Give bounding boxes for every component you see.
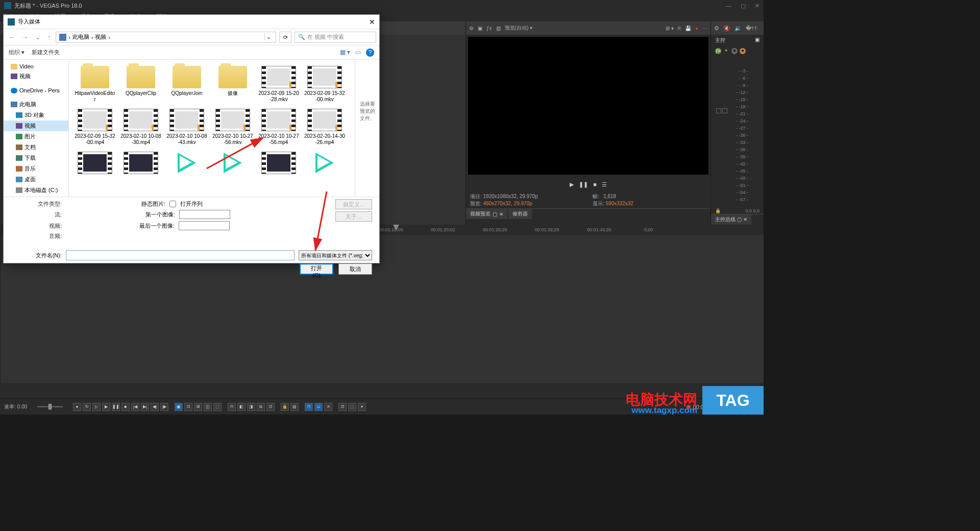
tree-item[interactable]: 此电脑 [4,99,68,110]
custom-button[interactable]: 自定义... [335,199,372,209]
tab-master-bus[interactable]: 主控总线 ▢ ✕ [711,214,751,225]
tree-item[interactable]: 音乐 [4,163,68,174]
file-item[interactable]: 2023-02-10 10-08-30.mp4 [119,107,163,148]
nav-up-button[interactable]: ↑ [45,34,53,41]
preview-quality-select[interactable]: 预览(自动) ▾ [505,25,532,32]
new-folder-button[interactable]: 新建文件夹 [32,49,60,56]
file-item[interactable]: 2023-02-09 15-32-00.mkv [303,64,347,105]
tree-item[interactable]: Video [4,62,68,71]
tool-normal[interactable]: ▣ [175,403,183,411]
play-button[interactable]: ▶ [102,403,110,411]
tree-item[interactable]: 图片 [4,131,68,142]
open-sequence-checkbox[interactable] [169,201,176,207]
overlay-icon[interactable]: ⊞ ▾ [666,26,674,31]
go-end-button[interactable]: ▶| [141,403,149,411]
tool-4[interactable]: ◫ [204,403,212,411]
tool-12[interactable]: ⊔ [314,403,323,411]
play-start-button[interactable]: ▷ [92,403,101,411]
address-bar[interactable]: › 此电脑 › 视频 › ⌄ [56,32,276,43]
file-item[interactable] [165,150,209,178]
menu-button[interactable]: ☰ [602,181,607,188]
close-button[interactable]: ✕ [755,3,760,9]
play-button[interactable]: ▶ [570,181,574,188]
tree-item[interactable]: OneDrive - Pers [4,86,68,95]
maximize-button[interactable]: ▢ [741,3,746,9]
settings-icon[interactable]: ⚙ [469,26,474,31]
external-icon[interactable]: ▣ [478,26,482,31]
refresh-button[interactable]: ⟳ [279,32,291,43]
tool-5[interactable]: ⬚ [213,403,222,411]
file-item[interactable] [257,150,301,178]
lock-icon[interactable]: 🔒 [715,208,721,213]
help-button[interactable]: ? [366,49,374,57]
nav-forward-button[interactable]: → [20,34,30,41]
tree-item[interactable]: 下载 [4,153,68,163]
about-button[interactable]: 关于... [335,211,372,222]
tree-item[interactable]: 视频 [4,120,68,131]
nav-back-button[interactable]: ← [7,34,17,41]
file-item[interactable] [303,150,347,178]
file-item[interactable] [211,150,255,178]
tool-lock[interactable]: 🔒 [281,403,289,411]
more-icon[interactable]: ⋯ [702,26,707,31]
fx-chain-icon[interactable]: ƒx [715,48,721,54]
file-item[interactable]: 2023-02-20-14-30-26.mp4 [303,107,347,148]
pause-button[interactable]: ❚❚ [579,181,588,188]
file-item[interactable]: 2023-02-10 10-27-56.mkv [211,107,255,148]
file-item[interactable]: QQplayerClip [119,64,163,105]
file-item[interactable] [73,150,117,178]
meter-icon-2[interactable]: ✦ [723,48,729,54]
minimize-button[interactable]: — [726,3,731,9]
tool-6[interactable]: ◧ [237,403,246,411]
record-button[interactable]: ● [73,403,81,411]
tab-close-icon[interactable]: ✕ [499,211,503,217]
file-item[interactable]: 摄像 [211,64,255,105]
tree-item[interactable]: 3D 对象 [4,110,68,120]
copy-icon[interactable]: ⎘ [678,26,681,31]
split-icon[interactable]: ▥ [496,26,501,31]
tool-8[interactable]: ⧉ [257,403,265,411]
file-filter-select[interactable]: 所有项目和媒体文件 (*.veg;*.m [299,250,372,260]
tool-9[interactable]: ⊡ [266,403,275,411]
loop-button[interactable]: ↻ [83,403,91,411]
rate-slider[interactable] [37,406,63,407]
tool-14[interactable]: ⊡ [338,403,347,411]
file-item[interactable]: 2023-02-10 10-27-56.mp4 [257,107,301,148]
meter-icon-3[interactable]: ● [731,48,738,54]
dim-icon[interactable]: 🔉 [734,25,742,32]
tool-2[interactable]: ⊡ [184,403,192,411]
tool-15[interactable]: ⬚ [348,403,356,411]
tab-video-preview[interactable]: 视频预览 ▢ ✕ [466,209,507,219]
tool-13[interactable]: ✕ [324,403,332,411]
snap-button[interactable]: ⊓ [228,403,236,411]
view-mode-button[interactable]: ▦ ▾ [340,49,350,57]
file-item[interactable]: HitpawVideoEditor [73,64,117,105]
tool-10[interactable]: ▤ [290,403,299,411]
filename-input[interactable] [66,250,295,260]
save-icon[interactable]: 💾 [685,26,691,31]
file-item[interactable] [119,150,163,178]
file-item[interactable]: 2023-02-09 15-32-00.mp4 [73,107,117,148]
folder-tree[interactable]: Video视频OneDrive - Pers此电脑3D 对象视频图片文档下载音乐… [4,60,69,197]
file-item[interactable]: 2023-02-09 15-20-28.mkv [257,64,301,105]
tool-7[interactable]: ◨ [247,403,255,411]
pause-button[interactable]: ❚❚ [112,403,120,411]
tool-11[interactable]: ⊓ [305,403,313,411]
tree-item[interactable]: 本地磁盘 (C:) [4,185,68,196]
mute-icon[interactable]: 🔇 [723,25,730,32]
file-item[interactable]: QQplayerJoin [165,64,209,105]
meter-icon-4[interactable]: ● [740,48,746,54]
tab-pin-icon[interactable]: ▢ [737,216,742,222]
first-image-input[interactable] [179,210,230,219]
tab-pin-icon[interactable]: ▢ [493,211,497,217]
cancel-button[interactable]: 取消 [338,263,372,275]
tool-16[interactable]: ▾ [358,403,366,411]
record-icon[interactable]: ● [695,26,698,31]
nav-recent-button[interactable]: ⌄ [33,34,42,41]
next-frame-button[interactable]: |▶ [160,403,168,411]
last-image-input[interactable] [179,221,230,230]
tree-item[interactable]: 桌面 [4,174,68,185]
file-item[interactable]: 2023-02-10 10-08-43.mkv [165,107,209,148]
dialog-close-button[interactable]: ✕ [369,18,375,26]
prev-frame-button[interactable]: ◀| [151,403,159,411]
